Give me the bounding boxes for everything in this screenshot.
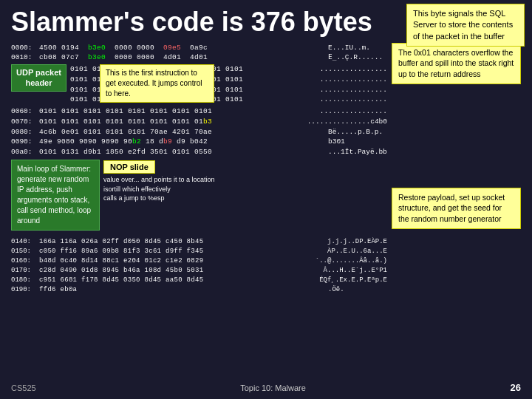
main-loop-box: Main loop of Slammer: generate new rando… [11, 160, 100, 231]
hex-block-bottom: 0140:166a 116a 026a 02ff d050 8d45 c450 … [11, 237, 387, 295]
hex-block-mid: 0060:0101 0101 0101 0101 0101 0101 0101 … [11, 106, 387, 157]
tooltip-byte-signals: This byte signals the SQL Server to stor… [406, 4, 525, 47]
nop-desc: value over... and points it to a locatio… [103, 175, 387, 203]
hex-content-left: 0000: 4500 0194 b3e0 0000 0000 09e5 0a9c… [11, 43, 387, 296]
slide-container: This byte signals the SQL Server to stor… [0, 0, 532, 399]
nop-slide-label: NOP slide [103, 160, 155, 174]
hex-block-top: 0000: 4500 0194 b3e0 0000 0000 09e5 0a9c… [11, 43, 387, 64]
footer-topic: Topic 10: Malware [240, 383, 306, 392]
hex-line-0010: 0010: cb08 07c7 b3e0 0000 0000 4d01 4d01… [11, 52, 387, 63]
footer-course: CS525 [11, 383, 36, 392]
udp-packet-section: UDP packet header 0101 0101 0101 0101 01… [11, 64, 387, 105]
right-tooltips: The 0x01 characters overflow the buffer … [392, 43, 521, 296]
tooltip-instruction: This is the first instruction to get exe… [100, 64, 214, 103]
hex-line-0000: 0000: 4500 0194 b3e0 0000 0000 09e5 0a9c… [11, 43, 387, 53]
tooltip-restore: Restore payload, set up socket structure… [392, 188, 521, 229]
tooltip-overflow: The 0x01 characters overflow the buffer … [392, 43, 521, 84]
footer-page: 26 [511, 382, 521, 393]
udp-label: UDP packet header [11, 64, 66, 92]
slide-footer: CS525 Topic 10: Malware 26 [0, 382, 532, 393]
